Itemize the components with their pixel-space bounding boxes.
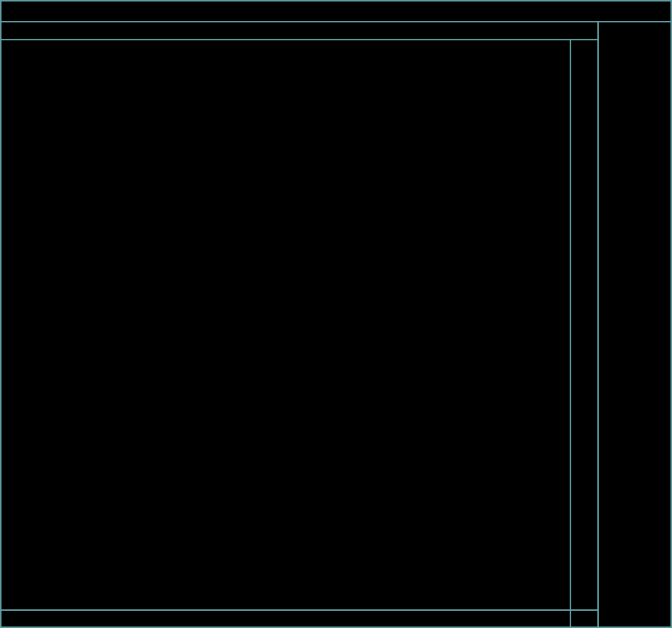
radar-application-window: { "header": { "title": "Composite_Reflec…	[0, 0, 672, 628]
status-row	[0, 22, 672, 39]
colorscale-legend-panel	[599, 21, 671, 627]
window-title	[0, 1, 672, 21]
radar-map-canvas[interactable]	[1, 39, 570, 609]
bottom-axis	[0, 611, 597, 627]
right-axis	[570, 39, 597, 609]
